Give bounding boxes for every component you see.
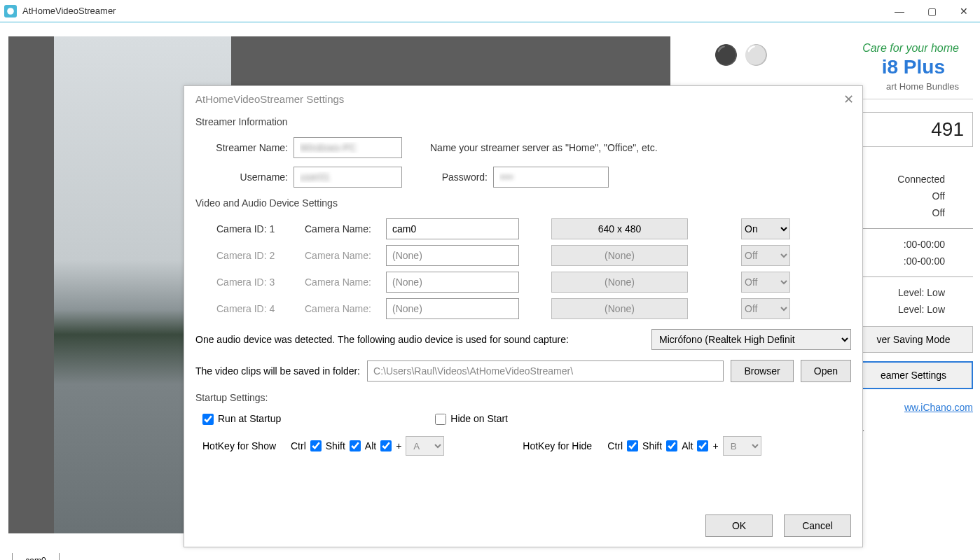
camera-row-4: Camera ID: 4Camera Name:(None)Off: [216, 298, 851, 319]
open-folder-button[interactable]: Open: [801, 360, 851, 382]
video-audio-section: Video and Audio Device Settings Camera I…: [195, 197, 851, 382]
browser-button[interactable]: Browser: [731, 360, 793, 382]
camera-row-1: Camera ID: 1Camera Name:640 x 480On: [216, 218, 851, 239]
camera-name-label-3: Camera Name:: [305, 276, 375, 288]
camera-onoff-2: Off: [741, 245, 790, 266]
camera-resolution-4: (None): [551, 298, 688, 319]
ad-slogan: Care for your home: [862, 42, 959, 55]
ad-product: i8 Plus: [882, 56, 945, 78]
camera-resolution-2: (None): [551, 245, 688, 266]
password-label: Password:: [430, 172, 493, 183]
username-label: Username:: [195, 172, 294, 183]
startup-section: Startup Settings: Run at Startup Hide on…: [195, 392, 851, 456]
ad-subtitle: art Home Bundles: [886, 81, 959, 92]
password-input[interactable]: [493, 167, 609, 188]
camera-resolution-3: (None): [551, 272, 688, 293]
hotkey-hide-label: HotKey for Hide: [523, 440, 603, 451]
camera-onoff-4: Off: [741, 298, 790, 319]
settings-dialog: AtHomeVideoStreamer Settings ✕ Streamer …: [184, 85, 863, 547]
show-alt-checkbox[interactable]: [380, 440, 392, 451]
audio-device-select[interactable]: Micrófono (Realtek High Definit: [651, 329, 851, 350]
app-title: AtHomeVideoStreamer: [22, 6, 116, 16]
minimize-button[interactable]: —: [883, 0, 916, 22]
camera-name-input-4: [386, 298, 519, 319]
camera-name-input-2: [386, 245, 519, 266]
streamer-name-hint: Name your streamer server as "Home", "Of…: [430, 142, 658, 153]
titlebar: AtHomeVideoStreamer — ▢ ✕: [0, 0, 980, 22]
ok-button[interactable]: OK: [705, 514, 773, 537]
camera-name-input-1[interactable]: [386, 218, 519, 239]
hide-shift-checkbox[interactable]: [666, 440, 677, 451]
camera-resolution-1[interactable]: 640 x 480: [551, 218, 688, 239]
show-shift-checkbox[interactable]: [350, 440, 361, 451]
audio-text: One audio device was detected. The follo…: [195, 334, 569, 345]
streamer-name-input[interactable]: [294, 137, 402, 158]
hotkey-show-label: HotKey for Show: [202, 440, 287, 451]
folder-path-input[interactable]: [367, 360, 724, 382]
svg-point-0: [7, 8, 14, 15]
show-key-select[interactable]: A: [406, 436, 444, 456]
maximize-button[interactable]: ▢: [916, 0, 948, 22]
camera-row-3: Camera ID: 3Camera Name:(None)Off: [216, 272, 851, 293]
camera-name-label-4: Camera Name:: [305, 303, 375, 314]
dialog-title-text: AtHomeVideoStreamer Settings: [195, 93, 344, 105]
camera-row-2: Camera ID: 2Camera Name:(None)Off: [216, 245, 851, 266]
power-saving-mode-button[interactable]: ver Saving Mode: [854, 326, 973, 353]
ad-graphic: ⚫ ⚪: [714, 43, 768, 66]
camera-onoff-3: Off: [741, 272, 790, 293]
run-startup-label[interactable]: Run at Startup: [202, 413, 281, 425]
hide-alt-checkbox[interactable]: [697, 440, 708, 451]
camera-id-3: Camera ID: 3: [216, 276, 294, 288]
cancel-button[interactable]: Cancel: [784, 514, 851, 537]
camera-id-2: Camera ID: 2: [216, 250, 294, 261]
hide-start-label[interactable]: Hide on Start: [435, 413, 508, 425]
video-audio-legend: Video and Audio Device Settings: [195, 197, 851, 209]
close-window-button[interactable]: ✕: [948, 0, 980, 22]
run-startup-checkbox[interactable]: [202, 414, 214, 425]
camera-name-label-2: Camera Name:: [305, 250, 375, 261]
hide-ctrl-checkbox[interactable]: [627, 440, 638, 451]
streamer-name-label: Streamer Name:: [195, 142, 294, 153]
show-ctrl-checkbox[interactable]: [310, 440, 322, 451]
window-controls: — ▢ ✕: [883, 0, 980, 22]
app-icon: [4, 5, 17, 18]
folder-label: The video clips will be saved in folder:: [195, 365, 360, 377]
streamer-info-section: Streamer Information Streamer Name: Name…: [195, 116, 851, 188]
dialog-title: AtHomeVideoStreamer Settings ✕: [184, 86, 862, 112]
streamer-settings-button[interactable]: eamer Settings: [854, 361, 973, 389]
streamer-info-legend: Streamer Information: [195, 116, 851, 127]
camera-id-1: Camera ID: 1: [216, 223, 294, 234]
hide-key-select[interactable]: B: [723, 436, 761, 456]
camera-tab-cam0[interactable]: cam0: [12, 553, 60, 560]
camera-onoff-1[interactable]: On: [741, 218, 790, 239]
dialog-close-icon[interactable]: ✕: [843, 92, 854, 107]
startup-legend: Startup Settings:: [195, 392, 851, 403]
camera-name-input-3: [386, 272, 519, 293]
hide-start-checkbox[interactable]: [435, 414, 446, 425]
camera-name-label-1: Camera Name:: [305, 223, 375, 234]
camera-id-4: Camera ID: 4: [216, 303, 294, 314]
username-input[interactable]: [294, 167, 402, 188]
